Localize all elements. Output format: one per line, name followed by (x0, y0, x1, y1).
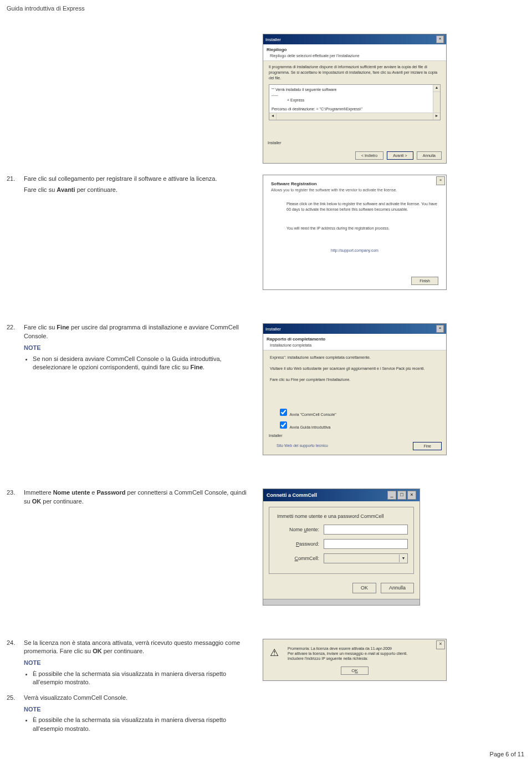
note-label: NOTE (24, 659, 251, 667)
username-input[interactable] (324, 525, 408, 535)
maximize-icon[interactable]: □ (397, 491, 406, 500)
cancel-button[interactable]: Annulla (381, 583, 414, 593)
summary-line: "" Verrà installato il seguente software (272, 87, 438, 93)
dialog-rapporto: Installer × Rapporto di completamento In… (263, 323, 447, 455)
commcell-label: CommCell: (275, 555, 324, 562)
close-icon[interactable]: × (407, 491, 416, 500)
ok-button[interactable]: OK (352, 583, 376, 593)
status-text: Installer (268, 140, 282, 146)
step-text: Verrà visualizzato CommCell Console. (24, 694, 251, 702)
close-icon[interactable]: × (436, 640, 445, 649)
minimize-icon[interactable]: _ (387, 491, 396, 500)
next-button[interactable]: Avanti > (387, 151, 413, 160)
scrollbar-horizontal[interactable]: ◄ ► (269, 113, 440, 120)
bullet-text: Se non si desidera avviare CommCell Cons… (33, 355, 251, 372)
dialog-title: Software Registration (271, 181, 438, 187)
checkbox-label: Avvia Guida introduttiva (290, 425, 331, 429)
close-icon[interactable]: × (436, 176, 445, 185)
body-text: Express": installazione software complet… (270, 355, 439, 360)
warning-icon: ⚠ (270, 646, 283, 659)
fieldset-legend: Immetti nome utente e una password CommC… (275, 513, 408, 520)
summary-line: + Express (272, 98, 438, 103)
cancel-button[interactable]: Annulla (417, 151, 442, 160)
step-text: Fare clic su Fine per uscire dal program… (24, 323, 251, 340)
dialog-riepilogo: Installer × Riepilogo Riepilogo delle se… (263, 34, 447, 164)
step-text: Fare clic sul collegamento per registrar… (24, 175, 251, 183)
page-header: Guida introduttiva di Express (0, 0, 532, 17)
alert-text: Promemoria: La licenza deve essere attiv… (288, 646, 407, 651)
dialog-subtitle: Installazione completata (267, 343, 443, 348)
bullet-text: È possibile che la schermata sia visuali… (33, 716, 251, 733)
password-label: Password: (275, 541, 324, 548)
step-number: 21. (7, 175, 22, 183)
dialog-title: Rapporto di completamento (267, 336, 443, 342)
finish-button[interactable]: Finish (411, 277, 438, 286)
support-link[interactable]: Sito Web del supporto tecnico (277, 443, 328, 449)
username-label: Nome utente: (275, 526, 324, 533)
step-text: Fare clic su Avanti per continuare. (24, 186, 251, 194)
step-number: 23. (7, 489, 22, 497)
status-text: Installer (269, 433, 283, 439)
close-icon[interactable]: × (436, 325, 444, 333)
bullet-text: È possibile che la schermata sia visuali… (33, 670, 251, 687)
note-label: NOTE (24, 344, 251, 352)
ok-button[interactable]: OK (341, 667, 369, 675)
dialog-subtitle: Riepilogo delle selezioni effettuate per… (267, 53, 443, 59)
page-footer: Page 6 of 11 (490, 750, 524, 759)
checkbox-label: Avvia "CommCell Console" (290, 413, 336, 416)
alert-text: Includere l'indirizzo IP seguente nella … (288, 656, 407, 661)
dialog-subtitle: Allows you to register the software with… (271, 187, 438, 193)
dialog-body-text: You will need the IP address during the … (271, 226, 438, 231)
step-number: 24. (7, 639, 22, 647)
step-text: Immettere Nome utente e Password per con… (24, 489, 251, 506)
fine-button[interactable]: Fine (413, 442, 442, 451)
summary-textarea[interactable]: "" Verrà installato il seguente software… (269, 84, 441, 120)
dialog-title: Riepilogo (267, 47, 443, 53)
step-number: 22. (7, 323, 22, 332)
dialog-promemoria: × ⚠ Promemoria: La licenza deve essere a… (263, 639, 447, 681)
registration-link[interactable]: http://support.company.com (271, 248, 438, 253)
summary-line: Percorso di destinazione: = "C:\Programm… (272, 106, 438, 112)
dialog-connetti: Connetti a CommCell _ □ × Immetti nome u… (263, 489, 420, 605)
summary-line: ----- (272, 93, 438, 98)
step-number: 25. (7, 694, 22, 702)
password-input[interactable] (324, 539, 408, 549)
commcell-select[interactable]: ▼ (324, 553, 408, 563)
dialog-body-text: Please click on the link below to regist… (271, 201, 438, 212)
body-text: Fare clic su Fine per completare l'insta… (270, 377, 439, 383)
body-text: Visitare il sito Web sottostante per sca… (270, 366, 439, 372)
step-text: Se la licenza non è stata ancora attivat… (24, 639, 251, 656)
window-title: Connetti a CommCell (267, 492, 317, 499)
checkbox-launch-guide[interactable] (280, 421, 287, 429)
window-title: Installer (265, 37, 281, 43)
chevron-down-icon[interactable]: ▼ (399, 555, 407, 562)
dialog-body-text: Il programma di installazione dispone di… (269, 64, 441, 80)
note-label: NOTE (24, 705, 251, 714)
back-button[interactable]: < Indietro (355, 151, 383, 160)
window-title: Installer (265, 326, 281, 332)
close-icon[interactable]: × (436, 35, 444, 43)
dialog-software-registration: × Software Registration Allows you to re… (263, 175, 447, 290)
scrollbar-vertical[interactable]: ▲ (433, 85, 440, 113)
checkbox-launch-console[interactable] (280, 409, 287, 416)
alert-text: Per attivare la licenza, inviare un mess… (288, 651, 407, 656)
